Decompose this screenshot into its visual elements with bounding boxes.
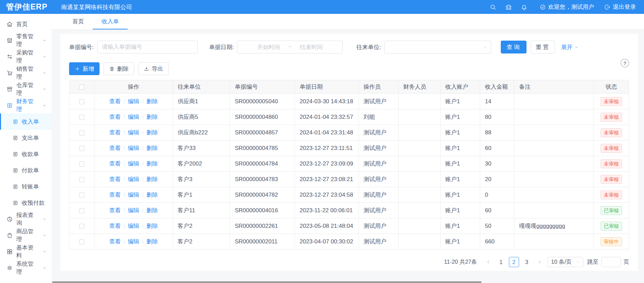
- row-checkbox[interactable]: [79, 193, 84, 198]
- cell-date: 2024-03-30 14:43:18: [295, 94, 359, 109]
- row-checkbox[interactable]: [79, 239, 84, 244]
- view-link[interactable]: 查看: [109, 129, 121, 136]
- search-icon[interactable]: [490, 4, 496, 10]
- view-link[interactable]: 查看: [109, 223, 121, 229]
- cell-number: SR00000002011: [230, 234, 295, 249]
- sidebar-item-purchase[interactable]: 采购管理: [0, 48, 51, 65]
- edit-link[interactable]: 编辑: [128, 129, 139, 136]
- tab-income-receipt[interactable]: 收入单: [93, 14, 128, 29]
- search-button[interactable]: 查询: [501, 41, 527, 53]
- view-link[interactable]: 查看: [109, 114, 121, 120]
- edit-link[interactable]: 编辑: [128, 160, 139, 167]
- export-button[interactable]: 导出: [138, 62, 169, 75]
- view-link[interactable]: 查看: [109, 207, 121, 214]
- delete-link[interactable]: 删除: [147, 114, 158, 120]
- page-button-3[interactable]: 3: [522, 257, 532, 267]
- expand-link[interactable]: 展开: [561, 43, 579, 51]
- chevron-down-icon: [42, 54, 47, 59]
- sidebar-item-report[interactable]: 报表查询: [0, 211, 51, 227]
- edit-link[interactable]: 编辑: [128, 114, 139, 120]
- row-checkbox[interactable]: [79, 146, 84, 151]
- row-checkbox[interactable]: [79, 99, 84, 104]
- sidebar-item-prepayment[interactable]: 收预付款: [0, 195, 51, 211]
- sidebar-item-finance[interactable]: 财务管理: [0, 97, 51, 113]
- logout-icon: [604, 4, 610, 10]
- delete-link[interactable]: 删除: [147, 207, 158, 214]
- cell-number: SR00000004016: [230, 203, 295, 218]
- delete-link[interactable]: 删除: [147, 223, 158, 229]
- view-link[interactable]: 查看: [109, 238, 121, 245]
- delete-button[interactable]: 删除: [104, 62, 134, 75]
- view-link[interactable]: 查看: [109, 192, 121, 198]
- row-checkbox[interactable]: [79, 130, 84, 135]
- table-row: 查看编辑删除 供应商5 SR00000004860 2024-01-04 23:…: [69, 109, 629, 125]
- horizontal-scrollbar-thumb[interactable]: [52, 281, 481, 283]
- delete-link[interactable]: 删除: [147, 238, 158, 245]
- row-checkbox[interactable]: [79, 224, 84, 229]
- delete-link[interactable]: 删除: [147, 98, 158, 105]
- edit-link[interactable]: 编辑: [128, 192, 139, 198]
- add-button[interactable]: 新增: [69, 62, 100, 75]
- prev-page-button[interactable]: [483, 257, 493, 267]
- view-link[interactable]: 查看: [109, 176, 121, 182]
- view-link[interactable]: 查看: [109, 145, 121, 151]
- number-filter-input[interactable]: [97, 41, 198, 53]
- edit-link[interactable]: 编辑: [128, 223, 139, 229]
- sidebar: 首页 零售管理 采购管理 销售管理 仓库管理 财务管理: [0, 14, 51, 283]
- document-icon: [13, 168, 18, 173]
- delete-link[interactable]: 删除: [147, 192, 158, 198]
- sidebar-item-payment[interactable]: 付款单: [0, 162, 51, 178]
- edit-link[interactable]: 编辑: [128, 176, 139, 182]
- sidebar-item-home[interactable]: 首页: [0, 16, 51, 32]
- edit-link[interactable]: 编辑: [128, 238, 139, 245]
- row-checkbox[interactable]: [79, 177, 84, 182]
- header-operator: 操作员: [359, 80, 398, 94]
- logout-button[interactable]: 退出登录: [604, 3, 636, 11]
- sidebar-item-sales[interactable]: 销售管理: [0, 65, 51, 81]
- edit-link[interactable]: 编辑: [128, 145, 139, 151]
- customer-select[interactable]: [384, 41, 491, 53]
- delete-link[interactable]: 删除: [147, 176, 158, 182]
- bell-icon[interactable]: [521, 4, 528, 10]
- sidebar-item-system[interactable]: 系统管理: [0, 260, 51, 276]
- help-button[interactable]: ?: [621, 59, 629, 67]
- delete-link[interactable]: 删除: [147, 145, 158, 151]
- reset-button[interactable]: 重置: [531, 41, 555, 53]
- edit-link[interactable]: 编辑: [128, 207, 139, 214]
- cell-date: 2023-12-27 23:11:51: [295, 140, 359, 156]
- row-checkbox[interactable]: [79, 161, 84, 167]
- cell-amount: 50: [480, 218, 514, 234]
- delete-link[interactable]: 删除: [147, 129, 158, 136]
- page-button-1[interactable]: 1: [496, 257, 506, 267]
- view-link[interactable]: 查看: [109, 98, 121, 105]
- sidebar-item-expense-receipt[interactable]: 支出单: [0, 130, 51, 146]
- sidebar-item-label: 系统管理: [16, 260, 39, 276]
- row-checkbox[interactable]: [79, 208, 84, 213]
- date-range-input[interactable]: 开始时间 ~ 结束时间: [237, 41, 343, 53]
- sidebar-item-retail[interactable]: 零售管理: [0, 32, 51, 48]
- filter-bar: 单据编号: 单据日期: 开始时间 ~ 结束时间 往来单位: 查询 重置: [69, 41, 629, 53]
- jump-page-input[interactable]: [601, 257, 621, 267]
- sidebar-item-goods[interactable]: 商品管理: [0, 227, 51, 243]
- sidebar-item-transfer[interactable]: 转账单: [0, 178, 51, 195]
- document-icon: [13, 151, 18, 157]
- sidebar-item-collection[interactable]: 收款单: [0, 146, 51, 162]
- edit-link[interactable]: 编辑: [128, 98, 139, 105]
- sidebar-item-basic-data[interactable]: 基本资料: [0, 243, 51, 260]
- next-page-button[interactable]: [535, 257, 545, 267]
- bank-icon[interactable]: [505, 4, 512, 10]
- status-badge: 未审核: [601, 159, 622, 168]
- page-size-select[interactable]: 10 条/页: [548, 257, 583, 267]
- cell-finance-staff: [398, 187, 440, 203]
- cell-remark: [514, 109, 594, 125]
- page-jump: 跳至 页: [587, 257, 629, 267]
- delete-link[interactable]: 删除: [147, 160, 158, 167]
- sidebar-item-income-receipt[interactable]: 收入单: [0, 113, 51, 130]
- tab-home[interactable]: 首页: [64, 14, 93, 29]
- sidebar-item-warehouse[interactable]: 仓库管理: [0, 81, 51, 97]
- page-button-2-active[interactable]: 2: [509, 257, 519, 267]
- row-checkbox[interactable]: [79, 115, 84, 120]
- select-all-checkbox[interactable]: [79, 85, 84, 90]
- view-link[interactable]: 查看: [109, 160, 121, 167]
- cell-date: 2023-05-08 21:48:04: [295, 218, 359, 234]
